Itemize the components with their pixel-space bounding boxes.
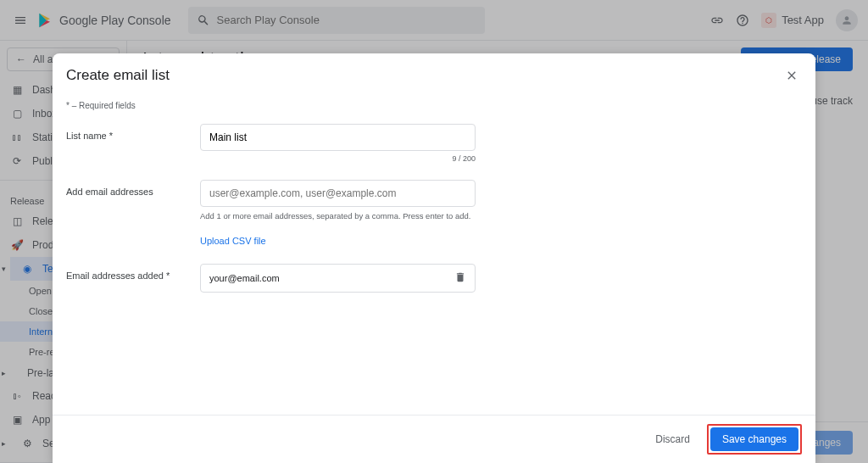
emails-added-label: Email addresses added *	[66, 264, 200, 293]
emails-added-row: Email addresses added * your@email.com	[66, 264, 802, 293]
list-name-row: List name * 9 / 200	[66, 124, 802, 163]
delete-email-button[interactable]	[454, 271, 466, 285]
modal-title: Create email list	[66, 67, 170, 84]
char-counter: 9 / 200	[200, 154, 476, 163]
trash-icon	[454, 271, 466, 283]
add-emails-row: Add email addresses Add 1 or more email …	[66, 180, 802, 247]
modal-footer: Discard Save changes	[53, 415, 815, 463]
add-emails-helper: Add 1 or more email addresses, separated…	[200, 211, 476, 220]
close-icon	[785, 69, 798, 82]
email-entry: your@email.com	[200, 264, 476, 293]
required-note: * – Required fields	[66, 101, 802, 110]
list-name-input[interactable]	[200, 124, 476, 151]
modal-header: Create email list	[53, 53, 815, 98]
create-email-list-modal: Create email list * – Required fields Li…	[53, 53, 815, 463]
email-value: your@email.com	[209, 273, 280, 283]
save-changes-button[interactable]: Save changes	[710, 427, 798, 451]
upload-csv-link[interactable]: Upload CSV file	[200, 236, 266, 246]
modal-body: * – Required fields List name * 9 / 200 …	[53, 98, 815, 415]
discard-button[interactable]: Discard	[647, 428, 698, 450]
add-emails-input[interactable]	[200, 180, 476, 207]
add-emails-label: Add email addresses	[66, 180, 200, 247]
close-button[interactable]	[782, 65, 802, 86]
save-highlight: Save changes	[707, 424, 802, 455]
list-name-label: List name *	[66, 124, 200, 163]
